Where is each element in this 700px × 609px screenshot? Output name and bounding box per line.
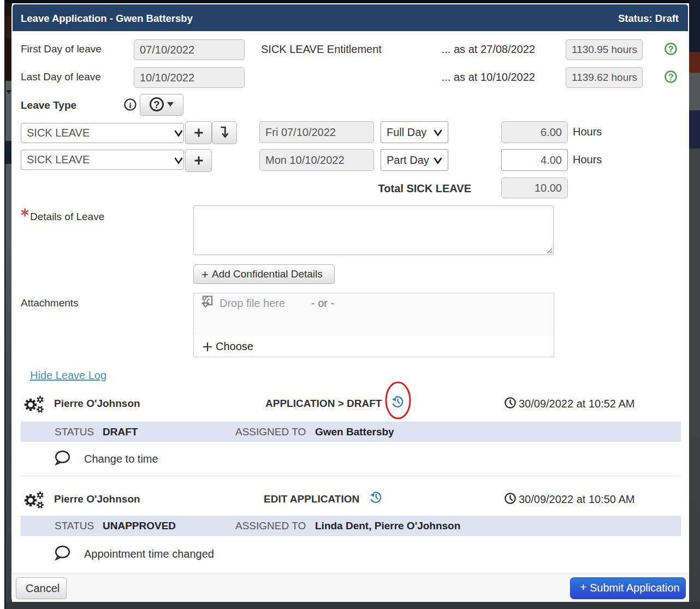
- svg-text:?: ?: [153, 99, 159, 110]
- svg-text:?: ?: [668, 44, 673, 54]
- svg-text:?: ?: [668, 72, 673, 82]
- svg-text:i: i: [129, 100, 132, 110]
